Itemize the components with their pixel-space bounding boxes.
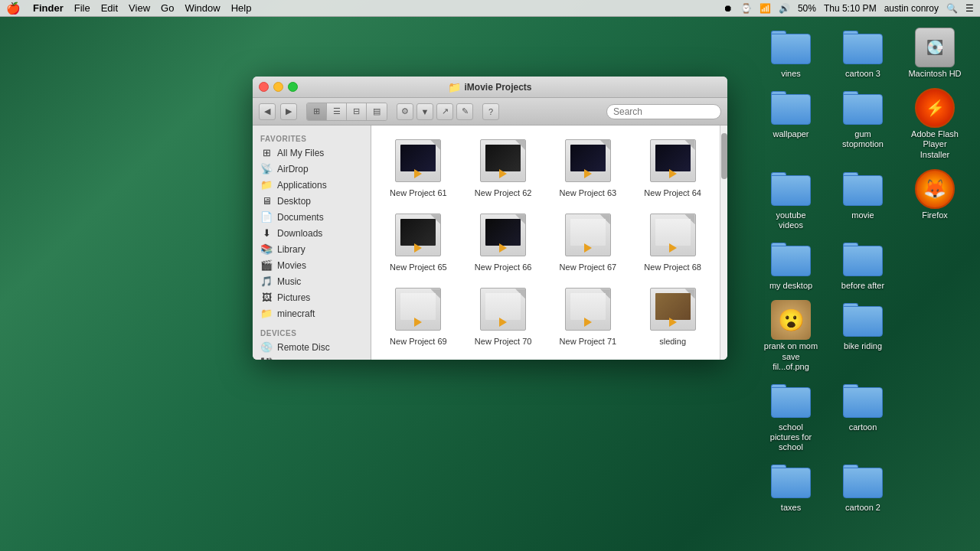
scrollbar-thumb[interactable] [721, 133, 727, 179]
finder-toolbar: ◀ ▶ ⊞ ☰ ⊟ ▤ ⚙ ▼ ↗ ✎ ? [253, 98, 727, 126]
sidebar-item-airdrop[interactable]: 📡 AirDrop [253, 161, 371, 177]
file-item-project73[interactable]: New Project 73 [547, 355, 629, 360]
desktop-icon-school-pictures[interactable]: school pictures for school [760, 378, 822, 456]
finder-body: FAVORITES ⊞ All My Files 📡 AirDrop 📁 App… [253, 126, 727, 360]
applications-icon: 📁 [260, 179, 273, 191]
finder-titlebar: 📁 iMovie Projects [253, 77, 727, 98]
file-item-project61[interactable]: New Project 61 [377, 132, 459, 203]
menu-window[interactable]: Window [185, 2, 220, 14]
sidebar-item-downloads[interactable]: ⬇ Downloads [253, 225, 371, 241]
close-button[interactable] [259, 82, 269, 92]
datetime: Thu 5:10 PM [824, 3, 877, 14]
cover-flow-button[interactable]: ▤ [367, 103, 387, 120]
record-icon: ⏺ [724, 3, 733, 14]
desktop-icon-adobe-flash[interactable]: ⚡ Adobe Flash Player Installer [904, 85, 965, 163]
desktop-icon-macintosh-hd[interactable]: 💽 Macintosh HD [904, 24, 965, 82]
desktop-icon-taxes[interactable]: taxes [760, 458, 822, 516]
file-item-project69[interactable]: New Project 69 [377, 280, 459, 351]
desktop-icon-before-after[interactable]: before after [832, 236, 893, 294]
file-item-project66[interactable]: New Project 66 [462, 206, 544, 277]
desktop-icon-cartoon3[interactable]: cartoon 3 [832, 24, 893, 82]
scrollbar[interactable] [720, 126, 727, 360]
sidebar-item-documents[interactable]: 📄 Documents [253, 209, 371, 225]
downloads-icon: ⬇ [260, 227, 273, 239]
sidebar-item-desktop[interactable]: 🖥 Desktop [253, 193, 371, 209]
file-item-project68[interactable]: New Project 68 [632, 206, 714, 277]
minimize-button[interactable] [273, 82, 283, 92]
file-item-project67[interactable]: New Project 67 [547, 206, 629, 277]
search-icon[interactable]: 🔍 [946, 3, 958, 14]
apple-menu[interactable]: 🍎 [6, 2, 21, 15]
menubar-right: ⏺ ⌚ 📶 🔊 50% Thu 5:10 PM austin conroy 🔍 … [724, 3, 974, 14]
help-button[interactable]: ? [482, 103, 499, 120]
search-input[interactable] [606, 104, 721, 119]
username: austin conroy [884, 3, 939, 14]
column-view-button[interactable]: ⊟ [347, 103, 367, 120]
sidebar-item-pictures[interactable]: 🖼 Pictures [253, 289, 371, 305]
menu-help[interactable]: Help [231, 2, 252, 14]
menu-view[interactable]: View [129, 2, 150, 14]
list-view-button[interactable]: ☰ [327, 103, 347, 120]
movies-icon: 🎬 [260, 259, 273, 271]
action-button[interactable]: ▼ [416, 103, 433, 120]
desktop-icon: 🖥 [260, 195, 273, 207]
desktop-icon-cartoon[interactable]: cartoon [832, 378, 893, 456]
eject-icon[interactable]: ⏏ [356, 359, 363, 360]
menu-edit[interactable]: Edit [101, 2, 118, 14]
minecraft-icon: 📁 [260, 308, 273, 319]
menu-go[interactable]: Go [161, 2, 174, 14]
back-button[interactable]: ◀ [259, 103, 276, 120]
menu-file[interactable]: File [74, 2, 90, 14]
file-item-project71[interactable]: New Project 71 [547, 280, 629, 351]
menubar-left: 🍎 Finder File Edit View Go Window Help [6, 2, 724, 15]
list-icon[interactable]: ☰ [965, 3, 974, 14]
desktop-icon-vines[interactable]: vines [760, 24, 822, 82]
file-item-project70[interactable]: New Project 70 [462, 280, 544, 351]
desktop-icon-movie[interactable]: movie [832, 166, 893, 233]
icon-view-button[interactable]: ⊞ [307, 103, 327, 120]
volume-icon: 🔊 [779, 3, 790, 14]
desktop-icon-prank[interactable]: 😮 prank on mom save fil...of.png [760, 297, 822, 375]
edit-button[interactable]: ✎ [456, 103, 473, 120]
fullscreen-button[interactable] [288, 82, 298, 92]
desktop-icon-youtube[interactable]: youtube videos [760, 166, 822, 233]
menu-finder[interactable]: Finder [33, 2, 64, 14]
sidebar-item-all-my-files[interactable]: ⊞ All My Files [253, 145, 371, 161]
sidebar-item-movies[interactable]: 🎬 Movies [253, 257, 371, 273]
library-icon: 📚 [260, 243, 273, 255]
sidebar-item-music[interactable]: 🎵 Music [253, 273, 371, 289]
desktop-icon-cartoon2[interactable]: cartoon 2 [832, 458, 893, 516]
wifi-icon: 📶 [760, 3, 771, 14]
file-item-slowmotion[interactable]: slowmotion [377, 355, 459, 360]
desktop-icons: vines cartoon 3 💽 Macintosh HD wallpaper [757, 21, 976, 520]
file-item-project63[interactable]: New Project 63 [547, 132, 629, 203]
forward-button[interactable]: ▶ [280, 103, 297, 120]
sidebar-item-library[interactable]: 📚 Library [253, 241, 371, 257]
sidebar-item-minecraft[interactable]: 📁 minecraft [253, 305, 371, 321]
bluetooth-icon: ⌚ [740, 3, 752, 14]
all-files-icon: ⊞ [260, 147, 273, 158]
file-item-sleding[interactable]: sleding [632, 280, 714, 351]
desktop-icon-my-desktop[interactable]: my desktop [760, 236, 822, 294]
file-item-project74[interactable]: New Project 74 [632, 355, 714, 360]
arrange-button[interactable]: ⚙ [397, 103, 413, 120]
share-button[interactable]: ↗ [436, 103, 453, 120]
sidebar-item-remote-disc[interactable]: 💿 Remote Disc [253, 339, 371, 355]
sidebar-item-applications[interactable]: 📁 Applications [253, 177, 371, 193]
file-item-project72[interactable]: New Project 72 [462, 355, 544, 360]
music-icon: 🎵 [260, 276, 273, 287]
desktop-icon-firefox[interactable]: 🦊 Firefox [904, 166, 965, 233]
menubar: 🍎 Finder File Edit View Go Window Help ⏺… [0, 0, 980, 17]
desktop-icon-bike-riding[interactable]: bike riding [832, 297, 893, 375]
finder-content: New Project 61 New Project 62 [371, 126, 720, 360]
files-grid: New Project 61 New Project 62 [377, 132, 714, 360]
finder-window-title: iMovie Projects [464, 82, 531, 93]
finder-sidebar: FAVORITES ⊞ All My Files 📡 AirDrop 📁 App… [253, 126, 371, 360]
desktop-icon-wallpaper[interactable]: wallpaper [760, 85, 822, 163]
file-item-project62[interactable]: New Project 62 [462, 132, 544, 203]
file-item-project64[interactable]: New Project 64 [632, 132, 714, 203]
sidebar-item-adobe[interactable]: 💾 Adobe... ⏏ [253, 355, 371, 360]
file-item-project65[interactable]: New Project 65 [377, 206, 459, 277]
desktop-icon-gum-stopmotion[interactable]: gum stopmotion [832, 85, 893, 163]
remote-disc-icon: 💿 [260, 341, 273, 353]
